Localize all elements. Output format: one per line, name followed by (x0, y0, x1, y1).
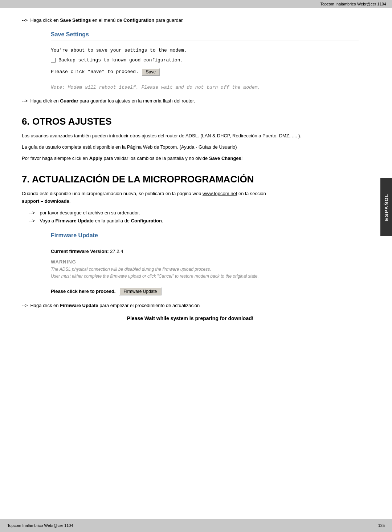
firmware-proceed-line: Please click here to proceed. Firmware U… (51, 287, 359, 295)
instr-text-mid: en el menú de (91, 17, 123, 23)
warning-line2: User must either complete the firmware u… (51, 273, 359, 280)
instr2-bold1: Firmware Update (56, 218, 94, 223)
instr-text-prefix: Haga click en (30, 17, 60, 23)
para3-mid: para validar los cambios de la pantalla … (102, 156, 209, 161)
firmware-instr3: --> Haga click en Firmware Update para e… (22, 303, 359, 308)
firmware-update-heading: Firmware Update (51, 232, 359, 239)
firmware-intro-period: . (69, 198, 71, 204)
save-button[interactable]: Save (142, 68, 160, 76)
para3-bold1: Apply (89, 156, 102, 161)
footer-left-text: Topcom Inalámbrico Webr@cer 1104 (7, 523, 73, 528)
side-tab: ESPAÑOL (380, 178, 392, 236)
proceed-label: Please click here to proceed. (51, 289, 115, 294)
footer-page-number: 125 (378, 523, 385, 528)
page-container: Topcom Inalámbrico Webr@cer 1104 ESPAÑOL… (0, 0, 392, 532)
arrow-icon2: --> (22, 98, 30, 104)
otros-ajustes-title: 6. OTROS AJUSTES (22, 116, 359, 127)
instr2-suffix: . (162, 218, 163, 223)
firmware-version-number: 27.2.4 (110, 249, 123, 254)
warning-title: WARNING (51, 259, 359, 265)
instr-bold1: Save Settings (60, 17, 91, 23)
section6-number: 6. (22, 116, 30, 127)
header-title: Topcom Inalámbrico Webr@cer 1104 (320, 2, 386, 6)
firmware-box: Current firmware Version: 27.2.4 WARNING… (51, 249, 359, 295)
firmware-intro-suffix: en la sección (237, 191, 266, 196)
guardar-suffix: para guardar los ajustes en la memoria f… (78, 98, 195, 104)
side-tab-label: ESPAÑOL (384, 193, 389, 221)
instr3-suffix: para empezar el procedimiento de actuali… (98, 303, 200, 308)
save-settings-instruction: --> Haga click en Save Settings en el me… (22, 17, 359, 24)
instr-bold2: Configuration (123, 17, 154, 23)
instr3-bold: Firmware Update (60, 303, 98, 308)
para3-suffix: ! (241, 156, 243, 161)
backup-checkbox-label: Backup settings to known good configurat… (58, 57, 183, 63)
section7-label: ACTUALIZACIÓN DE LA MICROPROGRAMACIÓN (32, 174, 254, 185)
section6-label: OTROS AJUSTES (32, 116, 112, 127)
firmware-section-title: 7. ACTUALIZACIÓN DE LA MICROPROGRAMACIÓN (22, 174, 359, 185)
save-settings-heading: Save Settings (51, 31, 359, 38)
otros-ajustes-para1: Los usuarios avanzados también pueden in… (22, 132, 359, 140)
firmware-intro-bold: support – downloads (22, 198, 69, 204)
instr2-mid: en la pantalla de (94, 218, 131, 223)
instr-text-after: para guardar. (154, 17, 184, 23)
guardar-prefix: Haga click en (30, 98, 60, 104)
top-header: Topcom Inalámbrico Webr@cer 1104 (0, 0, 392, 8)
firmware-intro-para: Cuando esté disponible una microprograma… (22, 190, 359, 205)
instr2-arrow: --> (29, 217, 35, 225)
firmware-version-label: Current firmware Version: (51, 249, 109, 254)
firmware-instructions: --> por favor descargue el archivo en su… (29, 209, 359, 225)
instr3-prefix: --> Haga click en (22, 303, 60, 308)
para3-bold2: Save Changes (209, 156, 241, 161)
backup-checkbox[interactable] (51, 58, 56, 63)
otros-ajustes-para3: Por favor haga siempre click en Apply pa… (22, 155, 359, 162)
guardar-instruction: --> Haga click en Guardar para guardar l… (22, 97, 359, 105)
warning-line1: The ADSL physical connection will be dis… (51, 266, 359, 273)
warning-block: WARNING The ADSL physical connection wil… (51, 259, 359, 280)
firmware-instr2: --> Vaya a Firmware Update en la pantall… (29, 217, 359, 225)
otros-ajustes-para2: La guía de usuario completa está disponi… (22, 144, 359, 151)
firmware-version-line: Current firmware Version: 27.2.4 (51, 249, 359, 254)
wait-message: Please Wait while system is preparing fo… (22, 315, 359, 321)
save-settings-intro: You're about to save your settings to th… (51, 48, 359, 53)
instr2-bold2: Configuration (131, 218, 162, 223)
page-footer: Topcom Inalámbrico Webr@cer 1104 125 (0, 519, 392, 532)
save-settings-divider (51, 40, 359, 40)
firmware-instr1: --> por favor descargue el archivo en su… (29, 209, 359, 217)
firmware-intro-prefix: Cuando esté disponible una microprograma… (22, 191, 203, 196)
save-note-warning: Note: Modem will reboot itself. Please w… (51, 85, 359, 90)
arrow-icon: --> (22, 17, 30, 23)
main-content: --> Haga click en Save Settings en el me… (0, 8, 380, 343)
save-proceed-text: Please click "Save" to proceed. (51, 69, 139, 74)
guardar-bold: Guardar (60, 98, 78, 104)
firmware-update-button[interactable]: Firmware Update (119, 287, 161, 295)
save-settings-box: You're about to save your settings to th… (51, 48, 359, 76)
save-proceed-line: Please click "Save" to proceed. Save (51, 68, 359, 76)
backup-checkbox-line: Backup settings to known good configurat… (51, 57, 359, 63)
instr2-text: Vaya a Firmware Update en la pantalla de… (37, 217, 163, 225)
firmware-divider (51, 241, 359, 241)
para3-prefix: Por favor haga siempre click en (22, 156, 89, 161)
instr1-arrow: --> (29, 209, 35, 217)
instr1-text: por favor descargue el archivo en su ord… (37, 209, 140, 217)
section7-number: 7. (22, 174, 30, 185)
firmware-intro-url: www.topcom.net (203, 191, 237, 196)
